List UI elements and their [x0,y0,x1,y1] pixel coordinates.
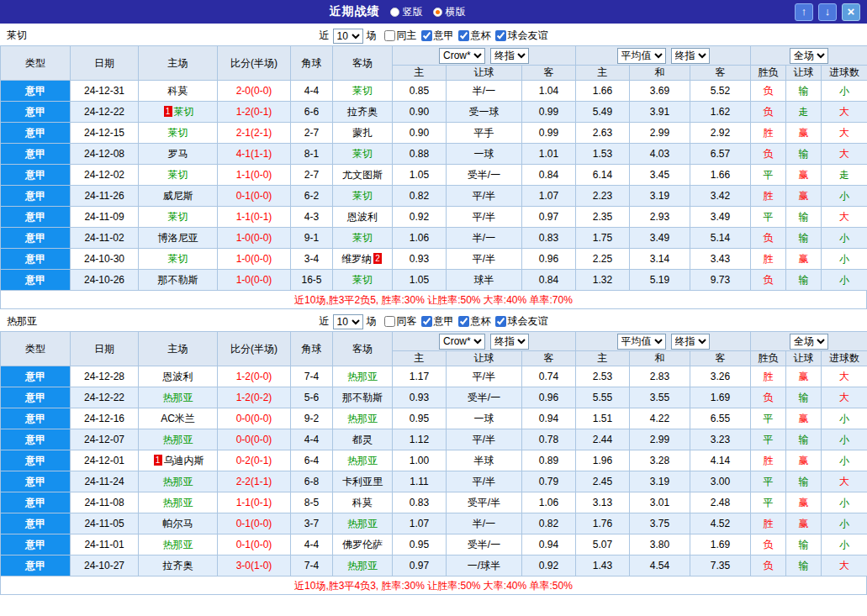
filter-option[interactable]: 球会友谊 [495,314,548,329]
average-final-select[interactable]: 终指 [671,334,710,350]
home-team-cell: 莱切 [139,165,218,186]
odds-cell: 1.07 [393,513,447,534]
odds-cell: 受半/一 [447,387,522,408]
home-team-cell: 恩波利 [139,366,218,387]
average-final-select[interactable]: 终指 [671,48,710,64]
team-link[interactable]: 佛罗伦萨 [342,539,383,550]
match-count-select[interactable]: 10 [333,29,363,44]
team-link[interactable]: 恩波利 [347,211,378,223]
match-count-select[interactable]: 10 [333,314,363,329]
team-link[interactable]: 乌迪内斯 [164,455,204,466]
vertical-radio-icon[interactable] [390,8,399,17]
team-link[interactable]: 拉齐奥 [347,106,378,118]
odds-cell: 受一球 [447,102,522,123]
team-link[interactable]: 热那亚 [163,476,193,487]
odds-cell: 3.49 [630,228,690,249]
corners-cell: 5-6 [291,387,333,408]
team-link[interactable]: 莱切 [352,232,373,244]
odds-cell: 0.96 [522,249,576,270]
date-cell: 24-11-05 [71,513,139,534]
team-link[interactable]: 尤文图斯 [342,169,383,181]
team-link[interactable]: 热那亚 [347,371,378,382]
filter-option[interactable]: 意甲 [421,314,454,329]
vertical-layout-option[interactable]: 竖版 [390,5,423,19]
away-team-cell: 热那亚 [333,555,393,577]
team-link[interactable]: 热那亚 [163,392,193,403]
team-link[interactable]: 莱切 [352,190,373,202]
team-link[interactable]: 莱切 [352,85,373,97]
horizontal-layout-option[interactable]: 横版 [433,5,466,19]
odds-cell: 7.35 [690,555,751,577]
scroll-down-button[interactable]: ↓ [818,3,837,21]
bookmaker-final-select[interactable]: 终指 [490,48,529,64]
fulltime-select[interactable]: 全场 [790,334,828,350]
col-header-eu-draw: 和 [630,66,690,81]
team-link[interactable]: 莱切 [168,211,188,223]
filter-option[interactable]: 同主 [384,29,417,43]
team-link[interactable]: 莱切 [352,274,373,286]
odds-cell: 半球 [447,450,522,471]
bookmaker-select[interactable]: Crow* [439,334,485,350]
filter-checkbox[interactable] [384,316,395,327]
average-select[interactable]: 平均值 [617,334,666,350]
filter-option[interactable]: 同客 [384,314,417,329]
filter-checkbox[interactable] [421,30,432,41]
team-link[interactable]: 拉齐奥 [163,560,193,571]
odds-cell: 1.06 [393,228,447,249]
team-link[interactable]: 蒙扎 [352,127,373,139]
filter-checkbox[interactable] [495,316,506,327]
team-link[interactable]: 莱切 [352,148,373,160]
team-link[interactable]: 威尼斯 [163,190,193,202]
team-link[interactable]: 科莫 [168,85,188,97]
odds-cell: 2.35 [576,207,630,228]
team-link[interactable]: 莱切 [168,253,188,265]
filter-option[interactable]: 球会友谊 [495,29,548,43]
team-link[interactable]: 维罗纳 [341,253,372,265]
close-button[interactable]: × [842,3,860,21]
team-link[interactable]: 热那亚 [163,434,193,445]
team-link[interactable]: 卡利亚里 [342,476,383,487]
filter-checkbox[interactable] [458,316,469,327]
col-header-eu-away: 客 [690,351,751,366]
team-link[interactable]: 都灵 [352,434,373,445]
team-link[interactable]: 热那亚 [163,497,193,508]
team-link[interactable]: 罗马 [168,148,188,160]
bookmaker-select[interactable]: Crow* [439,48,485,64]
team-link[interactable]: 莱切 [168,169,188,181]
team-link[interactable]: 莱切 [168,127,188,139]
filter-checkbox[interactable] [421,316,432,327]
filter-checkbox[interactable] [495,30,506,41]
goals-result-cell: 小 [822,186,867,207]
match-row: 意甲24-12-221莱切1-2(0-1)6-6拉齐奥0.90受一球0.995.… [1,102,867,123]
team-link[interactable]: 热那亚 [347,518,378,529]
team-link[interactable]: 莱切 [174,106,194,118]
filter-checkbox[interactable] [384,30,395,41]
average-select[interactable]: 平均值 [617,48,666,64]
team-link[interactable]: 热那亚 [163,539,193,550]
filter-checkbox[interactable] [458,30,469,41]
team-link[interactable]: 博洛尼亚 [158,232,198,244]
result-cell: 负 [751,270,786,291]
team-link[interactable]: 恩波利 [163,371,193,382]
team-link[interactable]: 那不勒斯 [158,274,198,286]
team-link[interactable]: 热那亚 [347,413,378,424]
filter-option[interactable]: 意甲 [421,29,454,43]
filter-option[interactable]: 意杯 [458,29,491,43]
date-cell: 24-12-02 [71,165,139,186]
bookmaker-final-select[interactable]: 终指 [490,334,529,350]
team-link[interactable]: 帕尔马 [163,518,193,529]
odds-cell: 2.63 [576,123,630,144]
league-cell: 意甲 [1,186,71,207]
odds-cell: 3.19 [630,471,690,492]
section-filter-bar: 热那亚 近 10 场 同客意甲意杯球会友谊 [0,313,867,329]
team-link[interactable]: 科莫 [352,497,373,508]
horizontal-radio-icon[interactable] [433,8,442,17]
fulltime-select[interactable]: 全场 [790,48,828,64]
scroll-up-button[interactable]: ↑ [795,3,813,21]
team-link[interactable]: 热那亚 [347,455,378,466]
filter-option[interactable]: 意杯 [458,314,491,329]
team-link[interactable]: 那不勒斯 [342,392,383,403]
games-label: 场 [367,29,377,43]
team-link[interactable]: AC米兰 [161,413,195,424]
team-link[interactable]: 热那亚 [347,560,378,571]
